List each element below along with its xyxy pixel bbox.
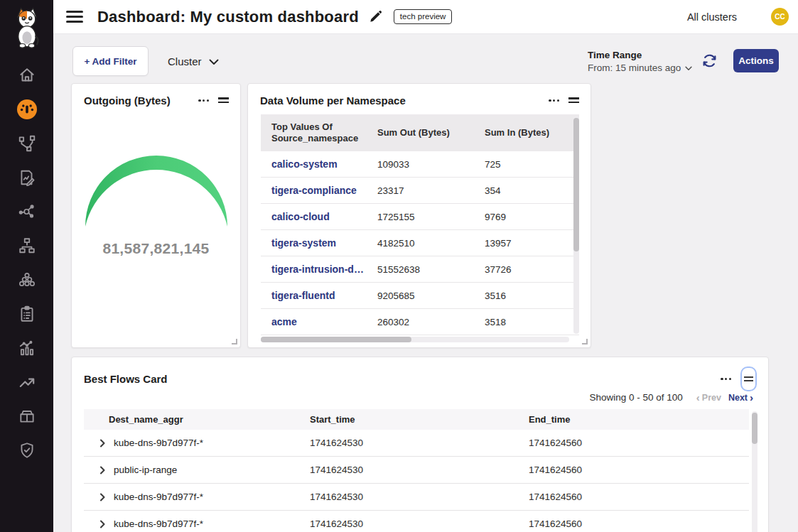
namespace-link[interactable]: calico-cloud bbox=[261, 211, 367, 222]
gauge-chart bbox=[72, 155, 240, 229]
sidebar-item-service-graph[interactable] bbox=[17, 134, 37, 153]
trends-icon bbox=[18, 373, 36, 391]
flow-row: kube-dns-9b7d977f-*17416245301741624560 bbox=[84, 511, 749, 532]
namespace-row: tigera-compliance23317354 bbox=[261, 178, 579, 204]
sidebar-item-home[interactable] bbox=[17, 65, 37, 85]
sum-out-cell: 23317 bbox=[367, 185, 474, 196]
namespace-link[interactable]: tigera-intrusion-d… bbox=[261, 264, 367, 275]
sum-in-cell: 9769 bbox=[474, 212, 579, 222]
sum-in-cell: 37726 bbox=[474, 264, 579, 275]
cluster-dropdown-label: Cluster bbox=[168, 55, 202, 67]
sidebar-item-dashboards[interactable] bbox=[17, 99, 37, 119]
pagination: Showing 0 - 50 of 100 ‹ Prev Next › bbox=[589, 391, 755, 403]
expand-chevron-icon[interactable] bbox=[98, 466, 107, 474]
gauge-value: 81,587,821,145 bbox=[72, 240, 240, 257]
card-menu-icon[interactable] bbox=[721, 375, 731, 383]
dest-name-cell: public-ip-range bbox=[84, 465, 310, 475]
best-flows-table-body: kube-dns-9b7d977f-*17416245301741624560p… bbox=[84, 430, 749, 532]
card-drag-handle-icon[interactable] bbox=[568, 93, 579, 108]
sum-out-cell: 109033 bbox=[367, 159, 474, 170]
tech-preview-badge: tech preview bbox=[394, 9, 453, 24]
add-filter-button[interactable]: + Add Filter bbox=[72, 46, 149, 76]
sidebar-item-flow-logs[interactable] bbox=[17, 168, 37, 188]
calico-cat-logo[interactable] bbox=[11, 6, 43, 50]
namespace-link[interactable]: calico-system bbox=[261, 158, 367, 170]
dest-name-cell: kube-dns-9b7d977f-* bbox=[84, 492, 310, 502]
card-drag-handle-icon-focused[interactable] bbox=[740, 367, 757, 391]
horizontal-scrollbar[interactable] bbox=[261, 337, 569, 342]
start-time-cell: 1741624530 bbox=[310, 438, 529, 448]
prev-label: Prev bbox=[702, 393, 721, 403]
card-resize-handle[interactable] bbox=[582, 339, 588, 344]
time-range-value: From: 15 minutes ago bbox=[588, 63, 681, 73]
card-menu-icon[interactable] bbox=[198, 97, 209, 104]
column-header: Dest_name_aggr bbox=[84, 414, 310, 425]
card-drag-handle-icon[interactable] bbox=[218, 93, 229, 108]
statistics-icon bbox=[18, 339, 36, 357]
time-range-label: Time Range bbox=[588, 50, 692, 60]
column-header: End_time bbox=[529, 414, 749, 425]
threat-graph-icon bbox=[18, 202, 36, 221]
dest-name-cell: kube-dns-9b7d977f-* bbox=[84, 438, 310, 448]
card-title: Best Flows Card bbox=[84, 373, 168, 385]
sum-out-cell: 260302 bbox=[367, 317, 474, 327]
sidebar-item-clusters[interactable] bbox=[17, 270, 37, 290]
network-topology-icon bbox=[18, 237, 36, 255]
sidebar-item-compliance-reports[interactable] bbox=[17, 304, 37, 324]
data-volume-table-body: calico-system109033725tigera-compliance2… bbox=[261, 151, 579, 335]
sidebar-item-network-topology[interactable] bbox=[17, 236, 37, 256]
top-bar: Dashboard: My custom dashboard tech prev… bbox=[53, 0, 798, 34]
sidebar-item-statistics[interactable] bbox=[17, 338, 37, 358]
expand-chevron-icon[interactable] bbox=[98, 493, 107, 501]
vertical-scrollbar[interactable] bbox=[573, 116, 579, 334]
end-time-cell: 1741624560 bbox=[529, 438, 749, 448]
expand-chevron-icon[interactable] bbox=[98, 520, 107, 528]
vertical-scrollbar[interactable] bbox=[752, 411, 757, 532]
dest-name-cell: kube-dns-9b7d977f-* bbox=[84, 519, 310, 529]
sidebar-item-trends[interactable] bbox=[17, 372, 37, 392]
clusters-icon bbox=[18, 271, 36, 289]
refresh-icon[interactable] bbox=[701, 53, 718, 72]
sum-in-cell: 3516 bbox=[474, 291, 579, 301]
end-time-cell: 1741624560 bbox=[529, 519, 749, 529]
flow-row: kube-dns-9b7d977f-*17416245301741624560 bbox=[84, 484, 749, 511]
namespace-link[interactable]: tigera-compliance bbox=[261, 185, 367, 196]
service-graph-icon bbox=[18, 134, 36, 153]
sum-out-cell: 4182510 bbox=[367, 238, 474, 249]
sidebar-item-workloads[interactable] bbox=[17, 406, 37, 426]
expand-chevron-icon[interactable] bbox=[98, 439, 107, 447]
pagination-status: Showing 0 - 50 of 100 bbox=[589, 392, 682, 403]
namespace-link[interactable]: acme bbox=[261, 316, 367, 327]
cluster-dropdown[interactable]: Cluster bbox=[168, 53, 219, 69]
data-volume-table: Top Values Of Source_namespace Sum Out (… bbox=[261, 114, 579, 335]
card-title: Data Volume per Namespace bbox=[260, 94, 406, 107]
namespace-row: calico-cloud17251559769 bbox=[261, 204, 579, 230]
next-page-button[interactable]: Next › bbox=[728, 391, 755, 403]
sum-in-cell: 725 bbox=[474, 159, 579, 170]
end-time-cell: 1741624560 bbox=[529, 492, 749, 502]
card-resize-handle[interactable] bbox=[232, 339, 237, 344]
namespace-link[interactable]: tigera-system bbox=[261, 237, 367, 249]
workloads-icon bbox=[18, 407, 36, 425]
menu-hamburger-icon[interactable] bbox=[66, 7, 83, 26]
actions-button[interactable]: Actions bbox=[733, 49, 779, 72]
next-label: Next bbox=[728, 393, 748, 403]
sidebar-nav bbox=[17, 65, 37, 460]
cluster-scope-selector[interactable]: All clusters bbox=[687, 11, 737, 23]
sum-in-cell: 13957 bbox=[474, 238, 579, 249]
sum-in-cell: 3518 bbox=[474, 317, 579, 327]
namespace-link[interactable]: tigera-fluentd bbox=[261, 290, 367, 301]
edit-pencil-icon[interactable] bbox=[369, 10, 382, 23]
sidebar-item-security[interactable] bbox=[17, 440, 37, 460]
column-header: Sum In (Bytes) bbox=[474, 121, 579, 144]
namespace-row: tigera-system418251013957 bbox=[261, 230, 579, 256]
data-volume-card: Data Volume per Namespace Top Values Of … bbox=[247, 83, 591, 348]
sum-out-cell: 9205685 bbox=[367, 291, 474, 301]
user-avatar[interactable]: CC bbox=[771, 8, 789, 26]
prev-page-button[interactable]: ‹ Prev bbox=[694, 391, 721, 403]
time-range-selector[interactable]: From: 15 minutes ago bbox=[588, 63, 692, 73]
chevron-left-icon: ‹ bbox=[694, 391, 702, 403]
card-menu-icon[interactable] bbox=[549, 97, 559, 104]
sidebar-item-threat-graph[interactable] bbox=[17, 202, 37, 222]
dest-name-text: kube-dns-9b7d977f-* bbox=[114, 438, 203, 448]
